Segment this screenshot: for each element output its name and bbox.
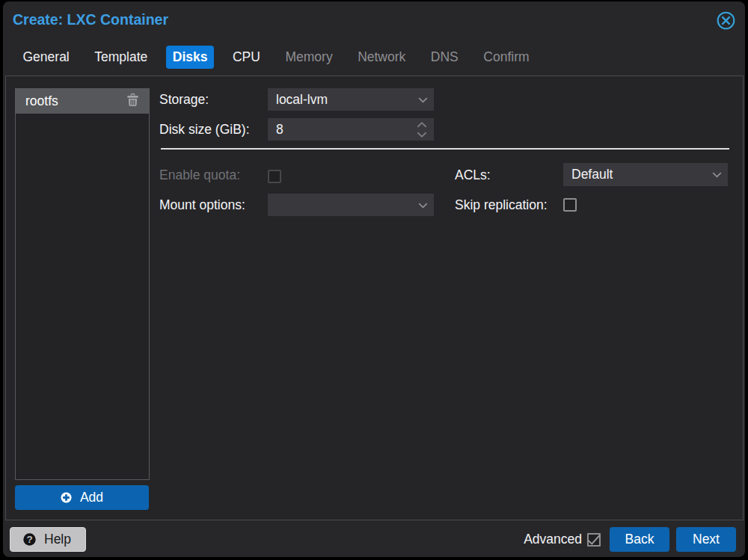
check-icon	[587, 533, 601, 547]
disk-size-label: Disk size (GiB):	[159, 118, 250, 141]
dialog-title: Create: LXC Container	[13, 10, 168, 28]
advanced-label: Advanced	[524, 532, 582, 547]
help-button[interactable]: ? Help	[10, 527, 86, 552]
question-circle-icon: ?	[23, 533, 36, 546]
advanced-separator	[161, 148, 729, 150]
spinner-up-down-icon[interactable]	[417, 122, 427, 138]
skip-replication-label: Skip replication:	[455, 194, 548, 216]
next-button[interactable]: Next	[676, 527, 736, 552]
close-icon[interactable]	[717, 11, 735, 30]
trash-icon[interactable]	[127, 93, 138, 107]
chevron-down-icon	[418, 97, 428, 103]
add-button-label: Add	[80, 490, 103, 505]
skip-replication-checkbox[interactable]	[563, 198, 577, 212]
acls-combobox[interactable]: Default	[563, 163, 728, 186]
tab-cpu[interactable]: CPU	[226, 46, 267, 69]
plus-circle-icon	[61, 492, 72, 503]
tab-disks[interactable]: Disks	[166, 46, 215, 69]
chevron-down-icon	[712, 172, 722, 178]
tab-network: Network	[351, 46, 412, 69]
mountpoint-list: rootfs	[15, 88, 150, 480]
tab-confirm: Confirm	[476, 46, 536, 69]
acls-label: ACLs:	[455, 164, 491, 187]
list-item-label: rootfs	[25, 93, 58, 108]
back-button[interactable]: Back	[610, 527, 669, 552]
mount-options-combobox[interactable]	[268, 194, 434, 216]
disks-tab-panel: rootfs Add Storage: local-lvm	[5, 76, 744, 520]
mount-options-label: Mount options:	[159, 194, 245, 216]
dialog-footer: ? Help Advanced Back Next	[3, 520, 745, 557]
tab-memory: Memory	[278, 46, 339, 69]
advanced-checkbox[interactable]	[587, 533, 601, 547]
tab-general[interactable]: General	[16, 46, 76, 69]
disk-size-spinner[interactable]: 8	[268, 118, 434, 141]
wizard-tabs: General Template Disks CPU Memory Networ…	[16, 46, 548, 69]
tab-template[interactable]: Template	[88, 46, 154, 69]
enable-quota-label: Enable quota:	[159, 164, 240, 187]
tab-dns: DNS	[424, 46, 465, 69]
storage-label: Storage:	[159, 88, 209, 111]
list-item-rootfs[interactable]: rootfs	[16, 89, 149, 114]
help-button-label: Help	[44, 532, 71, 547]
add-button[interactable]: Add	[15, 485, 149, 510]
storage-combobox[interactable]: local-lvm	[268, 88, 434, 111]
enable-quota-checkbox	[268, 170, 281, 183]
chevron-down-icon	[418, 203, 428, 209]
svg-text:?: ?	[27, 534, 33, 545]
create-lxc-dialog: Create: LXC Container General Template D…	[3, 1, 745, 557]
